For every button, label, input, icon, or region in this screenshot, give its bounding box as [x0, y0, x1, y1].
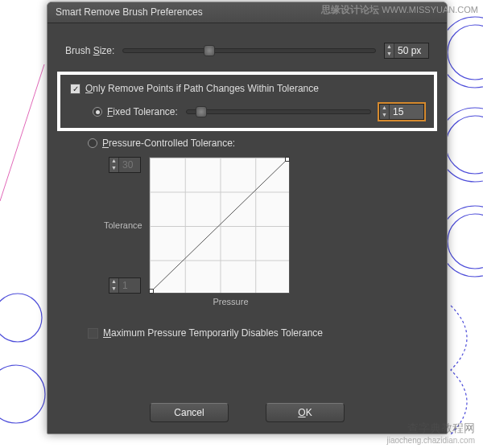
only-remove-checkbox[interactable]: ✓	[70, 84, 80, 94]
spinner-up-icon: ▲	[109, 278, 118, 286]
brush-size-spinner[interactable]: ▲▼ 50 px	[384, 43, 429, 59]
x-axis-label: Pressure	[160, 297, 301, 306]
watermark-bottom: 查字典教程网 jiaocheng.chazidian.com	[386, 421, 475, 445]
svg-point-6	[0, 294, 42, 342]
svg-line-9	[151, 159, 287, 291]
spinner-down-icon: ▼	[380, 112, 389, 119]
tolerance-curve-graph[interactable]	[149, 157, 290, 294]
only-remove-label: Only Remove Points if Path Changes Withi…	[85, 83, 319, 94]
spinner-down-icon: ▼	[385, 51, 394, 58]
svg-point-3	[446, 116, 483, 174]
spinner-down-icon: ▼	[109, 165, 118, 172]
pressure-tolerance-label: Pressure-Controlled Tolerance:	[102, 138, 235, 149]
max-pressure-label: Maximum Pressure Temporarily Disables To…	[103, 327, 323, 339]
max-pressure-checkbox[interactable]	[88, 328, 98, 339]
fixed-tolerance-label: Fixed Tolerance:	[107, 106, 178, 117]
spinner-up-icon: ▲	[109, 158, 118, 165]
highlight-box: ✓ Only Remove Points if Path Changes Wit…	[57, 72, 437, 131]
pressure-tolerance-radio[interactable]	[88, 138, 97, 148]
svg-line-8	[0, 64, 44, 201]
fixed-tolerance-radio[interactable]	[93, 107, 102, 117]
brush-size-slider[interactable]	[122, 48, 376, 53]
svg-point-7	[0, 365, 45, 423]
svg-point-1	[448, 25, 483, 80]
spinner-up-icon: ▲	[380, 105, 389, 112]
svg-point-5	[448, 214, 483, 269]
watermark-top: 思缘设计论坛 WWW.MISSYUAN.COM	[321, 3, 478, 17]
cancel-button[interactable]: Cancel	[150, 403, 229, 422]
ok-button[interactable]: OK	[266, 403, 345, 422]
fixed-tolerance-slider[interactable]	[186, 109, 371, 114]
spinner-up-icon: ▲	[385, 43, 394, 51]
fixed-tolerance-spinner[interactable]: ▲▼ 15	[379, 104, 424, 120]
preferences-dialog: Smart Remove Brush Preferences Brush Siz…	[47, 2, 448, 434]
tolerance-min-spinner[interactable]: ▲▼ 1	[109, 277, 141, 294]
tolerance-max-spinner[interactable]: ▲▼ 30	[109, 157, 141, 173]
brush-size-label: Brush Size:	[65, 45, 114, 56]
y-axis-label: Tolerance	[104, 220, 142, 230]
spinner-down-icon: ▼	[109, 286, 118, 293]
